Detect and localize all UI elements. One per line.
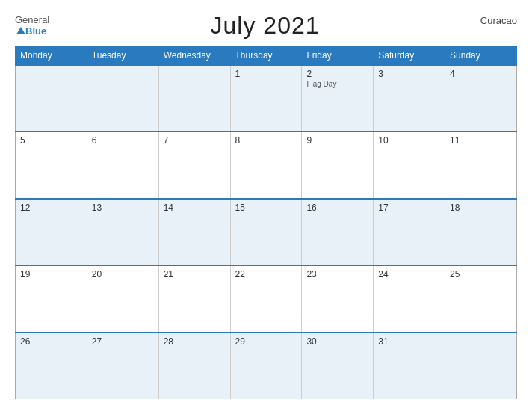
day-number: 14 (164, 203, 226, 213)
calendar-day-cell: 11 (445, 132, 517, 198)
calendar-day-cell: 13 (87, 199, 158, 265)
calendar-day-cell: 19 (16, 265, 87, 332)
calendar-day-cell (158, 65, 230, 132)
calendar-day-cell: 17 (374, 199, 445, 265)
day-number: 8 (235, 135, 297, 146)
country-label: Curacao (480, 12, 517, 26)
weekday-header: Saturday (374, 46, 445, 66)
calendar-day-cell: 12 (16, 199, 87, 265)
calendar-day-cell: 2Flag Day (302, 65, 374, 132)
day-number: 1 (235, 69, 297, 79)
calendar-day-cell: 15 (230, 199, 302, 265)
day-number: 9 (306, 135, 368, 146)
calendar-day-cell: 1 (230, 65, 302, 132)
day-number: 10 (378, 135, 440, 146)
calendar-day-cell: 10 (374, 132, 445, 198)
calendar-day-cell (87, 65, 158, 132)
calendar-day-cell: 18 (445, 199, 517, 265)
calendar-day-cell: 23 (302, 265, 374, 332)
logo-triangle-icon (16, 27, 25, 34)
calendar-table: MondayTuesdayWednesdayThursdayFridaySatu… (15, 46, 517, 399)
calendar-day-cell: 9 (302, 132, 374, 198)
day-number: 16 (306, 203, 368, 213)
calendar-day-cell: 3 (374, 65, 445, 132)
weekday-header: Monday (16, 46, 87, 66)
calendar-day-cell: 20 (87, 265, 158, 332)
weekday-header: Tuesday (87, 46, 158, 66)
day-number: 29 (235, 336, 297, 347)
calendar-day-cell: 27 (87, 333, 158, 399)
calendar-day-cell: 14 (158, 199, 230, 265)
calendar-day-cell: 5 (16, 132, 87, 198)
calendar-day-cell: 21 (158, 265, 230, 332)
day-number: 17 (378, 203, 440, 213)
calendar-day-cell: 30 (302, 333, 374, 399)
calendar-day-cell: 24 (374, 265, 445, 332)
day-number: 26 (20, 336, 82, 347)
day-event: Flag Day (306, 80, 368, 88)
calendar-day-cell: 6 (87, 132, 158, 198)
logo-blue-text: Blue (25, 25, 46, 37)
calendar-week-row: 19202122232425 (16, 265, 517, 332)
day-number: 30 (306, 336, 368, 347)
calendar-day-cell: 29 (230, 333, 302, 399)
day-number: 21 (164, 269, 226, 279)
weekday-header: Wednesday (158, 46, 230, 66)
day-number: 5 (20, 135, 82, 146)
calendar-day-cell: 26 (16, 333, 87, 399)
calendar-week-row: 12131415161718 (16, 199, 517, 265)
day-number: 20 (92, 269, 154, 279)
month-title: July 2021 (211, 12, 320, 40)
day-number: 15 (235, 203, 297, 213)
day-number: 18 (450, 203, 512, 213)
calendar-header: General Blue July 2021 Curacao (15, 12, 517, 40)
day-number: 12 (20, 203, 82, 213)
calendar-day-cell (445, 333, 517, 399)
day-number: 13 (92, 203, 154, 213)
weekday-header: Thursday (230, 46, 302, 66)
day-number: 19 (20, 269, 82, 279)
calendar-day-cell: 22 (230, 265, 302, 332)
day-number: 3 (378, 69, 440, 79)
weekday-header: Friday (302, 46, 374, 66)
day-number: 7 (164, 135, 226, 146)
day-number: 6 (92, 135, 154, 146)
logo-general-text: General (15, 15, 49, 25)
calendar-day-cell: 31 (374, 333, 445, 399)
calendar-day-cell: 25 (445, 265, 517, 332)
calendar-week-row: 262728293031 (16, 333, 517, 399)
day-number: 22 (235, 269, 297, 279)
calendar-day-cell: 4 (445, 65, 517, 132)
day-number: 11 (450, 135, 512, 146)
logo: General Blue (15, 15, 49, 37)
day-number: 25 (450, 269, 512, 279)
day-number: 28 (164, 336, 226, 347)
logo-blue-row: Blue (15, 25, 46, 37)
day-number: 2 (306, 69, 368, 79)
calendar-day-cell: 16 (302, 199, 374, 265)
day-number: 27 (92, 336, 154, 347)
day-number: 24 (378, 269, 440, 279)
day-number: 23 (306, 269, 368, 279)
calendar-day-cell: 7 (158, 132, 230, 198)
calendar-day-cell: 8 (230, 132, 302, 198)
calendar-week-row: 12Flag Day34 (16, 65, 517, 132)
day-number: 31 (378, 336, 440, 347)
calendar-header-row: MondayTuesdayWednesdayThursdayFridaySatu… (16, 46, 517, 66)
calendar-day-cell: 28 (158, 333, 230, 399)
weekday-header: Sunday (445, 46, 517, 66)
calendar-day-cell (16, 65, 87, 132)
day-number: 4 (450, 69, 512, 79)
calendar-week-row: 567891011 (16, 132, 517, 198)
